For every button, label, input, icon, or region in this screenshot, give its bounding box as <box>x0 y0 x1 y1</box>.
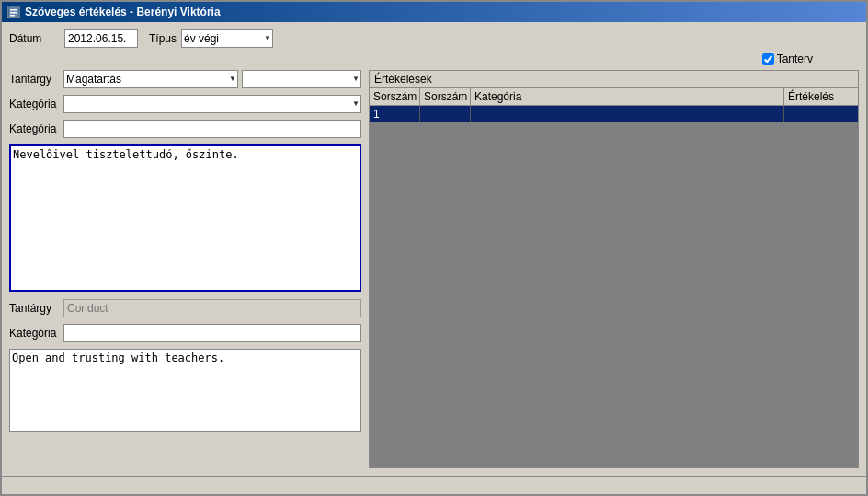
bottom-tantargy-label: Tantárgy <box>9 302 60 315</box>
kategoria1-select[interactable] <box>63 95 361 113</box>
col-header-4: Értékelés <box>784 88 858 105</box>
tipus-select-wrapper[interactable]: év végi félévi egyéb <box>181 29 273 48</box>
col-header-2: Sorszám <box>420 88 471 105</box>
main-textarea[interactable]: Nevelőivel tisztelettudó, őszinte. <box>9 144 361 292</box>
bottom-tantargy-row: Tantárgy <box>9 299 361 317</box>
col-header-1: Sorszám <box>370 88 420 105</box>
tantargy-label: Tantárgy <box>9 73 60 86</box>
left-panel: Tantárgy Magatartás Kategória <box>9 70 361 468</box>
tantargy-row: Tantárgy Magatartás <box>9 70 361 88</box>
tantargy-select-wrapper[interactable]: Magatartás <box>63 70 238 88</box>
kategoria1-label: Kategória <box>9 98 60 110</box>
kategoria1-row: Kategória <box>9 95 361 113</box>
svg-rect-2 <box>10 12 17 14</box>
svg-rect-1 <box>10 9 17 11</box>
table-body: 1 <box>370 106 858 467</box>
table-cell-3 <box>471 106 784 122</box>
title-bar-icon <box>7 6 20 18</box>
main-window: Szöveges értékelés - Berényi Viktória Dá… <box>0 0 868 496</box>
table-cell-1: 1 <box>370 106 420 122</box>
table-cell-2 <box>420 106 471 122</box>
tipus-select[interactable]: év végi félévi egyéb <box>181 29 273 48</box>
bottom-textarea[interactable]: Open and trusting with teachers. <box>9 349 361 432</box>
table-header: Sorszám Sorszám Kategória Értékelés <box>370 88 858 106</box>
kategoria2-input[interactable] <box>63 120 361 138</box>
kategoria2-row: Kategória <box>9 120 361 138</box>
tantargy-second-select[interactable] <box>242 70 361 88</box>
kategoria1-select-wrapper[interactable] <box>63 95 361 113</box>
svg-rect-3 <box>10 15 15 17</box>
tanterv-checkbox-label[interactable]: Tanterv <box>762 52 813 65</box>
status-bar <box>2 476 866 494</box>
bottom-kategoria-input[interactable] <box>63 324 361 342</box>
datum-input[interactable] <box>64 29 138 48</box>
bottom-kategoria-label: Kategória <box>9 327 60 340</box>
kategoria2-label: Kategória <box>9 122 60 135</box>
bottom-kategoria-row: Kategória <box>9 324 361 342</box>
right-panel: Értékelések Sorszám Sorszám Kategória Ér… <box>369 70 859 468</box>
table-row[interactable]: 1 <box>370 106 858 122</box>
tantargy-second-select-wrapper[interactable] <box>242 70 361 88</box>
datum-label: Dátum <box>9 32 64 45</box>
table-cell-4 <box>784 106 858 122</box>
ertekelesek-box: Értékelések Sorszám Sorszám Kategória Ér… <box>369 70 859 468</box>
title-bar: Szöveges értékelés - Berényi Viktória <box>2 2 866 22</box>
top-form-row: Dátum Típus év végi félévi egyéb <box>9 29 859 48</box>
tanterv-row: Tanterv <box>9 52 859 65</box>
window-title: Szöveges értékelés - Berényi Viktória <box>25 6 221 18</box>
bottom-tantargy-input[interactable] <box>63 299 361 317</box>
col-header-3: Kategória <box>471 88 784 105</box>
tantargy-select[interactable]: Magatartás <box>63 70 238 88</box>
tipus-label: Típus <box>149 32 177 45</box>
ertekelesek-title: Értékelések <box>370 71 858 88</box>
window-content: Dátum Típus év végi félévi egyéb Tanterv <box>2 22 866 476</box>
tanterv-checkbox[interactable] <box>762 53 774 65</box>
tanterv-label: Tanterv <box>777 52 813 65</box>
main-area: Tantárgy Magatartás Kategória <box>9 70 859 468</box>
